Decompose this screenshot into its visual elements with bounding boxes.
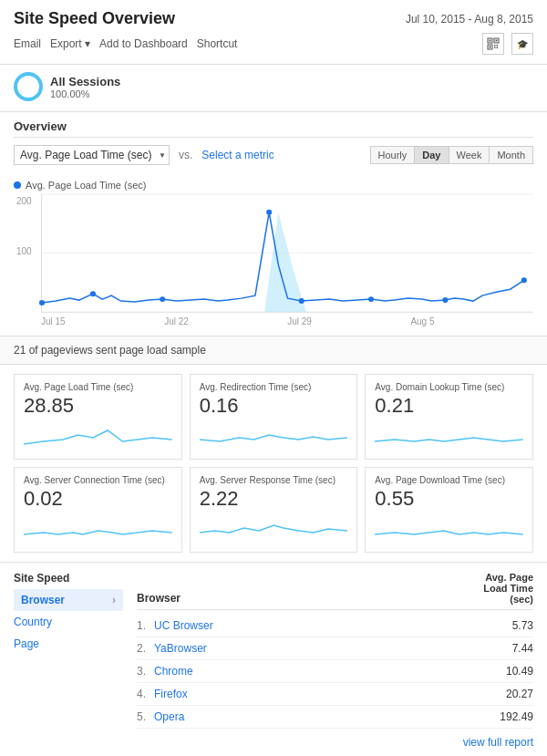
svg-point-19	[368, 296, 374, 302]
site-speed-title: Site Speed	[14, 572, 123, 585]
time-btn-day[interactable]: Day	[414, 146, 448, 164]
metric-card-value-0: 28.85	[24, 394, 172, 418]
stats-text: 21 of pageviews sent page load sample	[14, 344, 206, 357]
metric-card-4: Avg. Server Response Time (sec) 2.22	[190, 467, 358, 553]
bottom-section: Site Speed Browser › Country Page Browse…	[0, 562, 547, 756]
metric-card-1: Avg. Redirection Time (sec) 0.16	[190, 374, 358, 460]
metric-card-5: Avg. Page Download Time (sec) 0.55	[365, 467, 533, 553]
metric-card-3: Avg. Server Connection Time (sec) 0.02	[14, 467, 182, 553]
svg-rect-7	[497, 45, 499, 47]
metric-card-title-3: Avg. Server Connection Time (sec)	[24, 475, 172, 485]
toolbar-email[interactable]: Email	[14, 37, 41, 50]
metric-card-2: Avg. Domain Lookup Time (sec) 0.21	[365, 374, 533, 460]
svg-rect-9	[497, 47, 499, 49]
row-val-4: 20.27	[506, 688, 533, 700]
metric-card-value-5: 0.55	[375, 487, 523, 511]
x-label-jul22: Jul 22	[164, 316, 189, 326]
table-row: 2. YaBrowser 7.44	[137, 637, 533, 660]
chart-container: 200 100	[41, 194, 533, 313]
table-row: 4. Firefox 20.27	[137, 683, 533, 706]
table-row: 5. Opera 192.49	[137, 706, 533, 729]
svg-rect-3	[490, 40, 491, 42]
nav-browser[interactable]: Browser ›	[14, 589, 123, 611]
toolbar-dashboard[interactable]: Add to Dashboard	[99, 37, 188, 50]
svg-rect-6	[494, 45, 496, 47]
nav-country[interactable]: Country	[14, 611, 123, 633]
row-val-5: 192.49	[500, 710, 533, 723]
metric-card-value-3: 0.02	[24, 487, 172, 511]
time-btn-month[interactable]: Month	[489, 146, 533, 164]
toolbar-shortcut[interactable]: Shortcut	[197, 37, 238, 50]
svg-point-18	[299, 298, 304, 304]
metric-cards: Avg. Page Load Time (sec) 28.85 Avg. Red…	[0, 365, 547, 562]
page-title: Site Speed Overview	[14, 9, 175, 28]
svg-point-21	[521, 277, 527, 283]
row-num-5: 5.	[137, 710, 150, 723]
row-num-1: 1.	[137, 619, 150, 632]
svg-point-17	[266, 210, 272, 215]
view-full[interactable]: view full report	[137, 729, 533, 756]
nav-browser-label: Browser	[21, 594, 65, 606]
svg-marker-13	[264, 212, 306, 312]
y-label-200: 200	[16, 196, 32, 206]
metric-card-0: Avg. Page Load Time (sec) 28.85	[14, 374, 182, 460]
metric-select[interactable]: Avg. Page Load Time (sec)	[14, 145, 170, 165]
svg-rect-8	[494, 47, 496, 49]
metric-card-value-1: 0.16	[200, 394, 348, 418]
svg-point-16	[160, 296, 165, 302]
vs-text: vs.	[179, 149, 192, 161]
x-label-jul15: Jul 15	[41, 316, 66, 326]
svg-point-14	[39, 300, 45, 306]
row-num-4: 4.	[137, 688, 150, 700]
segment-label: All Sessions	[50, 75, 120, 88]
select-metric-link[interactable]: Select a metric	[201, 149, 274, 161]
time-btn-week[interactable]: Week	[449, 146, 490, 164]
qr-icon[interactable]	[482, 33, 504, 55]
right-table: Browser Avg. Page Load Time (sec) 1. UC …	[137, 572, 533, 756]
row-name-4[interactable]: Firefox	[154, 688, 188, 700]
metric-card-value-4: 2.22	[200, 487, 348, 511]
col-browser: Browser	[137, 592, 181, 605]
row-name-2[interactable]: YaBrowser	[154, 642, 207, 655]
row-num-3: 3.	[137, 665, 150, 678]
x-label-aug5: Aug 5	[410, 316, 434, 326]
chart-area: Avg. Page Load Time (sec) 200 100	[0, 180, 547, 331]
metric-card-title-1: Avg. Redirection Time (sec)	[200, 382, 348, 392]
row-name-5[interactable]: Opera	[154, 710, 184, 723]
nav-country-label: Country	[14, 616, 52, 628]
x-labels: Jul 15 Jul 22 Jul 29 Aug 5	[41, 315, 533, 326]
row-name-3[interactable]: Chrome	[154, 665, 193, 678]
nav-arrow-icon: ›	[112, 594, 116, 606]
nav-page-label: Page	[14, 637, 39, 650]
svg-rect-4	[496, 40, 498, 42]
chart-label-text: Avg. Page Load Time (sec)	[26, 180, 146, 191]
table-row: 1. UC Browser 5.73	[137, 615, 533, 637]
view-full-link[interactable]: view full report	[463, 736, 533, 749]
metric-card-title-5: Avg. Page Download Time (sec)	[375, 475, 523, 485]
metric-card-value-2: 0.21	[375, 394, 523, 418]
x-label-jul29: Jul 29	[287, 316, 312, 326]
metric-card-title-2: Avg. Domain Lookup Time (sec)	[375, 382, 523, 392]
segment-percent: 100.00%	[50, 88, 120, 99]
chart-dot	[14, 181, 21, 189]
left-nav: Site Speed Browser › Country Page	[14, 572, 123, 756]
nav-page[interactable]: Page	[14, 633, 123, 655]
table-row: 3. Chrome 10.49	[137, 660, 533, 683]
time-buttons: Hourly Day Week Month	[370, 146, 533, 164]
date-range: Jul 10, 2015 - Aug 8, 2015	[406, 13, 533, 26]
row-val-2: 7.44	[512, 642, 533, 655]
segment-circle	[14, 72, 43, 101]
svg-point-20	[442, 297, 448, 303]
segment-bar: All Sessions 100.00%	[0, 65, 547, 112]
table-header: Browser Avg. Page Load Time (sec)	[137, 572, 533, 610]
row-name-1[interactable]: UC Browser	[154, 619, 213, 632]
graduation-icon[interactable]: 🎓	[511, 33, 533, 55]
overview-section: Overview Avg. Page Load Time (sec) vs. S…	[0, 112, 547, 180]
stats-bar: 21 of pageviews sent page load sample	[0, 336, 547, 365]
time-btn-hourly[interactable]: Hourly	[370, 146, 415, 164]
row-val-3: 10.49	[506, 665, 533, 678]
metric-card-title-0: Avg. Page Load Time (sec)	[24, 382, 172, 392]
toolbar-export[interactable]: Export ▾	[50, 37, 90, 50]
svg-point-15	[90, 291, 96, 296]
svg-rect-5	[490, 47, 491, 48]
